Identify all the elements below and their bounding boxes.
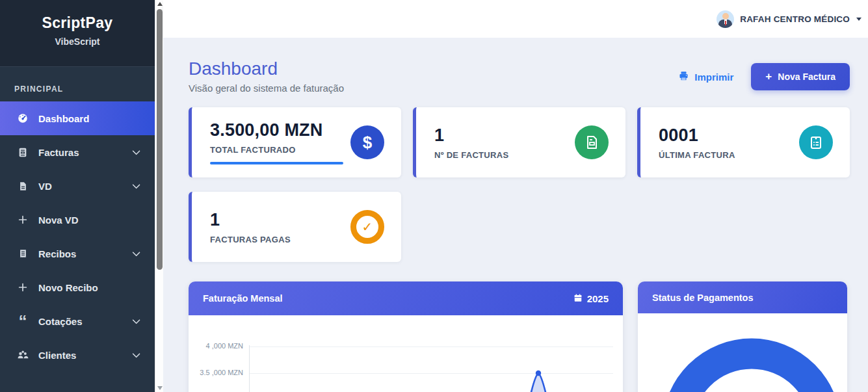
payment-status-card: Status de Pagamentos: [638, 281, 847, 392]
payment-status-plot: [638, 313, 847, 392]
chevron-down-icon: [132, 181, 140, 189]
sidebar-item-label: VD: [38, 181, 52, 192]
sidebar-section-label: PRINCIPAL: [14, 85, 155, 94]
stats-grid: 3.500,00 MZN TOTAL FACTURADO $ 1 Nº DE F…: [189, 107, 850, 262]
dashboard-screen: ScriptPay VibeScript PRINCIPAL Dashboard…: [0, 0, 868, 392]
calendar-icon: [573, 293, 583, 304]
header-actions: Imprimir + Nova Factura: [678, 63, 850, 90]
year-badge: 2025: [573, 293, 609, 304]
stat-card-facturas-pagas: 1 FACTURAS PAGAS ✓: [189, 192, 401, 262]
data-point: [536, 371, 541, 376]
sidebar-item-label: Facturas: [38, 147, 79, 158]
sidebar-item-dashboard[interactable]: Dashboard: [0, 101, 155, 135]
dollar-icon: $: [350, 125, 384, 159]
plus-icon: [16, 215, 30, 225]
sidebar-item-label: Dashboard: [38, 113, 89, 124]
main-content: Dashboard Visão geral do sistema de fatu…: [163, 38, 868, 392]
file-invoice-icon: [16, 147, 30, 158]
year-label: 2025: [587, 293, 609, 304]
gauge-icon: [16, 112, 30, 124]
page-subtitle: Visão geral do sistema de faturação: [189, 83, 344, 94]
avatar: [717, 10, 734, 28]
receipt-icon: [16, 248, 30, 259]
sidebar-nav: Dashboard Facturas VD Nova: [0, 101, 155, 372]
area-series: [189, 315, 623, 392]
users-icon: [16, 350, 30, 360]
plus-icon: [16, 282, 30, 293]
sidebar-item-label: Clientes: [38, 350, 76, 361]
payment-status-header: Status de Pagamentos: [638, 281, 847, 313]
charts-row: Faturação Mensal 2025 4 ,000 MZN 3.5 ,00…: [189, 281, 850, 392]
sidebar-item-label: Nova VD: [38, 215, 79, 226]
chevron-down-icon: [132, 316, 140, 324]
clipboard-icon: [799, 125, 833, 159]
sidebar-item-cotacoes[interactable]: “ Cotações: [0, 304, 155, 338]
scrollbar-up-arrow[interactable]: [157, 2, 163, 6]
chart-title: Status de Pagamentos: [652, 293, 754, 303]
quote-icon: “: [16, 317, 30, 326]
sidebar-item-facturas[interactable]: Facturas: [0, 135, 155, 169]
sidebar-item-label: Recibos: [38, 248, 76, 259]
new-invoice-label: Nova Factura: [778, 72, 835, 82]
page-title: Dashboard: [189, 59, 344, 79]
page-header: Dashboard Visão geral do sistema de fatu…: [189, 59, 850, 94]
topbar: RAFAH CENTRO MÉDICO: [163, 0, 868, 38]
sidebar-item-clientes[interactable]: Clientes: [0, 338, 155, 372]
printer-icon: [678, 71, 689, 83]
print-label: Imprimir: [694, 72, 733, 83]
user-menu[interactable]: RAFAH CENTRO MÉDICO: [717, 10, 861, 28]
print-button[interactable]: Imprimir: [678, 71, 733, 83]
stat-card-total-facturado: 3.500,00 MZN TOTAL FACTURADO $: [189, 107, 401, 177]
page-title-block: Dashboard Visão geral do sistema de fatu…: [189, 59, 344, 94]
sidebar-item-novo-recibo[interactable]: Novo Recibo: [0, 270, 155, 304]
invoice-icon: [575, 125, 609, 159]
app-title: ScriptPay: [0, 14, 155, 32]
file-icon: [16, 181, 30, 192]
monthly-billing-plot: 4 ,000 MZN 3.5 ,000 MZN: [189, 315, 623, 392]
brand-block: ScriptPay VibeScript: [0, 0, 155, 67]
sidebar: ScriptPay VibeScript PRINCIPAL Dashboard…: [0, 0, 155, 392]
sidebar-item-recibos[interactable]: Recibos: [0, 237, 155, 270]
check-circle-icon: ✓: [350, 210, 384, 244]
caret-down-icon: [856, 18, 861, 21]
app-subtitle: VibeScript: [0, 36, 155, 47]
scrollbar-down-arrow[interactable]: [157, 386, 163, 390]
chevron-down-icon: [132, 147, 140, 155]
scrollbar-thumb[interactable]: [157, 9, 163, 270]
sidebar-item-nova-vd[interactable]: Nova VD: [0, 203, 155, 237]
vertical-scrollbar[interactable]: [155, 0, 163, 392]
stat-card-num-facturas: 1 Nº DE FACTURAS: [413, 107, 625, 177]
sidebar-item-vd[interactable]: VD: [0, 169, 155, 203]
plus-icon: +: [765, 72, 772, 81]
new-invoice-button[interactable]: + Nova Factura: [751, 63, 850, 90]
user-name: RAFAH CENTRO MÉDICO: [740, 14, 850, 24]
sidebar-item-label: Cotações: [38, 316, 83, 327]
monthly-billing-header: Faturação Mensal 2025: [189, 281, 623, 315]
stat-card-ultima-factura: 0001 ÚLTIMA FACTURA: [637, 107, 850, 177]
monthly-billing-card: Faturação Mensal 2025 4 ,000 MZN 3.5 ,00…: [189, 281, 623, 392]
chevron-down-icon: [132, 350, 140, 358]
chevron-down-icon: [132, 248, 140, 257]
sidebar-item-label: Novo Recibo: [38, 282, 98, 293]
stat-underline: [210, 162, 343, 164]
donut-chart: [638, 313, 847, 392]
chart-title: Faturação Mensal: [203, 293, 283, 304]
